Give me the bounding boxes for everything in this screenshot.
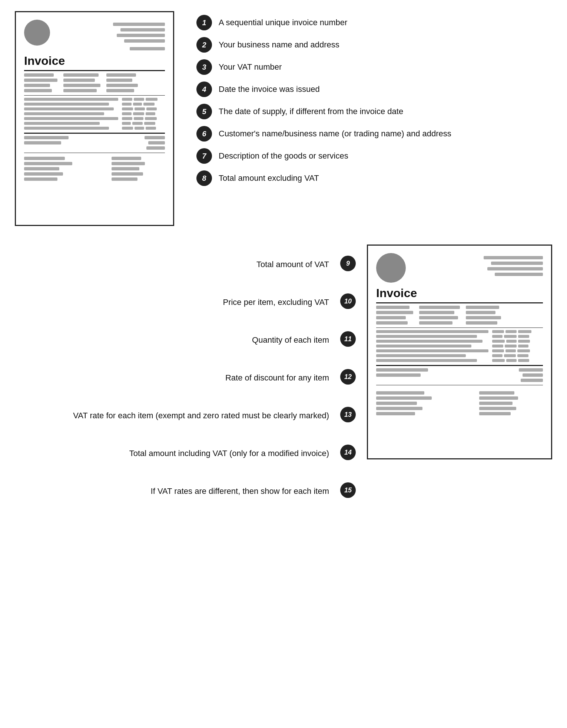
- mock-line: [518, 340, 530, 343]
- badge-3: 3: [196, 59, 212, 75]
- badge-15: 15: [340, 482, 356, 498]
- mock-line: [24, 177, 57, 181]
- mock-line: [484, 256, 543, 259]
- mock-line: [144, 122, 155, 125]
- top-section: Invoice: [15, 11, 552, 226]
- mock-line: [479, 412, 511, 415]
- mock-line: [122, 122, 131, 125]
- mock-row: [122, 107, 165, 110]
- mock-line: [106, 89, 134, 92]
- divider: [24, 133, 165, 134]
- mock-row: [122, 98, 165, 101]
- mock-line: [376, 407, 422, 410]
- mock-line: [376, 373, 421, 377]
- badge-11: 11: [340, 331, 356, 347]
- mock-line: [146, 98, 158, 101]
- mock-line: [122, 127, 133, 130]
- mock-line: [63, 84, 100, 87]
- numbered-item-3: 3 Your VAT number: [196, 59, 552, 75]
- badge-1: 1: [196, 15, 212, 30]
- mock-line: [518, 335, 529, 338]
- totals-section: [24, 136, 165, 150]
- mock-line: [24, 122, 100, 125]
- mock-line: [122, 112, 132, 115]
- divider: [24, 153, 165, 153]
- mock-line: [24, 141, 61, 144]
- mock-line: [143, 103, 155, 106]
- mock-line: [63, 73, 99, 77]
- numbered-item-5: 5 The date of supply, if different from …: [196, 104, 552, 119]
- mock-line: [24, 162, 72, 165]
- foot-left: [376, 391, 472, 415]
- mock-line: [146, 127, 156, 130]
- foot-right: [479, 391, 543, 415]
- mock-row: [122, 122, 165, 125]
- bottom-totals: [376, 368, 543, 382]
- mock-line: [521, 379, 543, 382]
- mock-line: [376, 359, 477, 362]
- mock-line: [419, 321, 452, 325]
- badge-5: 5: [196, 104, 212, 119]
- bottom-item-14: Total amount including VAT (only for a m…: [15, 433, 363, 471]
- mock-row: [492, 354, 543, 357]
- badge-2: 2: [196, 37, 212, 53]
- bottom-left-area: Total amount of VAT 9 Price per item, ex…: [15, 241, 363, 509]
- item-text-11: Quantity of each item: [252, 332, 329, 346]
- mock-line: [505, 330, 517, 333]
- divider: [376, 365, 543, 366]
- mock-line: [122, 98, 132, 101]
- invoice-logo-bottom: [376, 253, 406, 283]
- numbered-item-7: 7 Description of the goods or services: [196, 148, 552, 164]
- bottom-item-9: Total amount of VAT 9: [15, 245, 363, 282]
- mock-line: [492, 359, 505, 362]
- mock-line: [479, 402, 513, 405]
- table-left: [24, 98, 118, 130]
- mock-line: [124, 39, 165, 43]
- numbered-list-top: 1 A sequential unique invoice number 2 Y…: [196, 11, 552, 186]
- item-text-4: Date the invoice was issued: [219, 82, 320, 95]
- mock-line: [492, 345, 503, 348]
- mock-line: [112, 167, 139, 170]
- col2: [63, 73, 100, 92]
- mock-line: [24, 136, 69, 139]
- badge-8: 8: [196, 170, 212, 186]
- mock-line: [117, 34, 165, 37]
- mock-line: [504, 354, 516, 357]
- mock-line: [495, 273, 543, 276]
- main-container: Invoice: [0, 0, 567, 520]
- mock-line: [24, 79, 57, 82]
- mock-line: [146, 107, 157, 110]
- bottom-item-12: Rate of discount for any item 12: [15, 358, 363, 396]
- col1: [24, 73, 57, 92]
- badge-14: 14: [340, 445, 356, 460]
- badge-12: 12: [340, 369, 356, 385]
- divider: [24, 70, 165, 71]
- badge-10: 10: [340, 293, 356, 309]
- mock-line: [506, 359, 517, 362]
- numbered-item-8: 8 Total amount excluding VAT: [196, 170, 552, 186]
- mock-line: [419, 306, 460, 309]
- bottom-table-section: [376, 330, 543, 362]
- header-lines-bottom: [484, 256, 543, 276]
- item-text-15: If VAT rates are different, then show fo…: [151, 483, 329, 497]
- mock-line: [122, 107, 133, 110]
- divider: [376, 328, 543, 328]
- mock-line: [518, 345, 528, 348]
- mock-row: [122, 127, 165, 130]
- badge-4: 4: [196, 82, 212, 97]
- mock-line: [419, 311, 454, 314]
- mock-line: [112, 157, 141, 160]
- mock-line: [376, 306, 410, 309]
- mock-row: [122, 117, 165, 120]
- mock-line: [146, 146, 165, 150]
- mock-line: [24, 98, 118, 101]
- mock-line: [376, 396, 432, 400]
- item-text-13: VAT rate for each item (exempt and zero …: [73, 408, 329, 421]
- item-text-12: Rate of discount for any item: [225, 370, 329, 383]
- mock-line: [133, 112, 144, 115]
- totals-left: [24, 136, 69, 150]
- item-text-7: Description of the goods or services: [219, 148, 348, 162]
- mock-line: [517, 354, 528, 357]
- mock-line: [24, 117, 118, 120]
- mock-line: [24, 167, 59, 170]
